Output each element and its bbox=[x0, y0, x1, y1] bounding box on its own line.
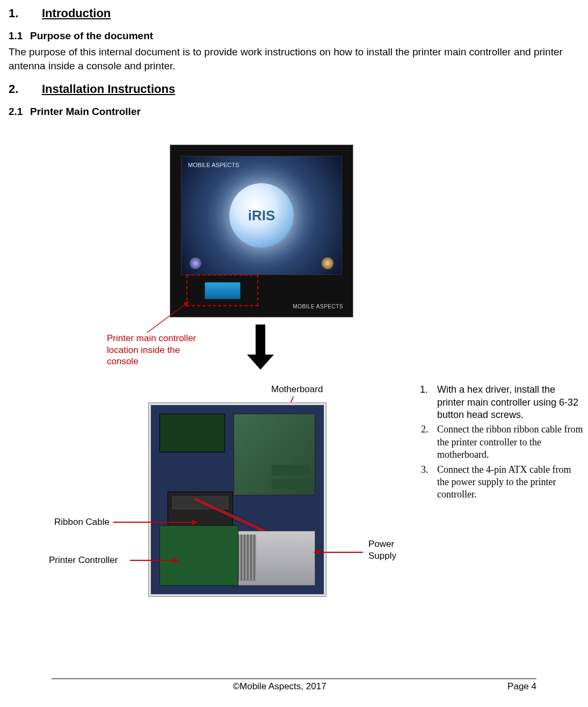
heading-text: Installation Instructions bbox=[42, 82, 175, 96]
console-screen: MOBILE ASPECTS iRIS bbox=[181, 156, 342, 275]
svg-line-0 bbox=[147, 302, 188, 333]
footer-copyright: ©Mobile Aspects, 2017 bbox=[52, 681, 507, 692]
console-image: MOBILE ASPECTS iRIS MOBILE ASPECTS bbox=[170, 145, 353, 318]
footer-page-number: Page 4 bbox=[507, 681, 536, 692]
callout-arrow bbox=[315, 552, 363, 553]
callout-power-supply: Power Supply bbox=[368, 538, 411, 561]
heading-1-1-purpose: 1.1Purpose of the document bbox=[9, 30, 579, 42]
board-component bbox=[159, 414, 225, 452]
iris-logo: iRIS bbox=[229, 183, 294, 248]
heading-1-introduction: 1.Introduction bbox=[9, 6, 579, 20]
step-item: Connect the ribbon ribbon cable from the… bbox=[431, 423, 583, 461]
step-item: Connect the 4-pin ATX cable from the pow… bbox=[431, 464, 583, 501]
callout-ribbon-cable: Ribbon Cable bbox=[54, 516, 110, 528]
highlight-dashed-box bbox=[186, 275, 258, 306]
heading-number: 2.1 bbox=[9, 106, 30, 118]
power-supply-component bbox=[234, 531, 315, 586]
heading-number: 1.1 bbox=[9, 30, 30, 42]
installation-steps: With a hex driver, install the printer m… bbox=[417, 384, 583, 503]
figure-area: MOBILE ASPECTS iRIS MOBILE ASPECTS Print… bbox=[9, 145, 579, 628]
callout-arrow bbox=[143, 298, 194, 338]
callout-printer-controller: Printer Controller bbox=[49, 554, 118, 566]
screen-icon-left bbox=[190, 257, 201, 269]
callout-arrow bbox=[130, 560, 178, 561]
brand-text: MOBILE ASPECTS bbox=[188, 162, 239, 168]
printer-controller-button-icon bbox=[205, 282, 241, 299]
heading-number: 2. bbox=[9, 82, 42, 96]
page-footer: ©Mobile Aspects, 2017 Page 4 bbox=[52, 679, 536, 692]
heading-text: Printer Main Controller bbox=[30, 106, 141, 117]
screen-icon-right bbox=[322, 257, 333, 269]
paragraph-purpose: The purpose of this internal document is… bbox=[9, 45, 579, 73]
heading-text: Introduction bbox=[42, 6, 111, 20]
callout-motherboard: Motherboard bbox=[271, 384, 323, 395]
internal-board-image bbox=[148, 402, 326, 597]
motherboard-component bbox=[234, 414, 315, 495]
callout-arrow bbox=[113, 522, 197, 523]
heading-number: 1. bbox=[9, 6, 42, 20]
down-arrow-icon bbox=[256, 324, 265, 357]
heading-2-1-printer-main-controller: 2.1Printer Main Controller bbox=[9, 106, 579, 118]
step-item: With a hex driver, install the printer m… bbox=[431, 384, 583, 421]
brand-bottom-right: MOBILE ASPECTS bbox=[293, 304, 343, 309]
heading-2-installation: 2.Installation Instructions bbox=[9, 82, 579, 96]
printer-controller-pcb bbox=[159, 525, 238, 586]
heading-text: Purpose of the document bbox=[30, 30, 153, 41]
